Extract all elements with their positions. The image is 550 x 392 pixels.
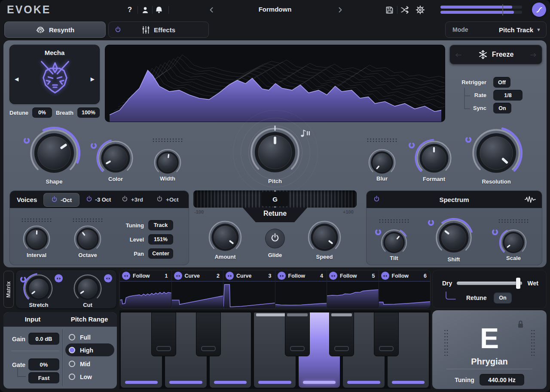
resolution-knob[interactable]: Resolution — [468, 124, 525, 182]
retune-slider[interactable]: G — [193, 190, 357, 208]
matrix-tab[interactable]: Matrix — [3, 271, 14, 308]
shape-knob[interactable]: Shape — [25, 124, 83, 182]
formant-knob[interactable]: Formant — [413, 137, 455, 179]
saturation-curve-button[interactable] — [532, 3, 546, 17]
prev-preset-button[interactable] — [205, 4, 217, 16]
width-knob[interactable]: Width — [151, 146, 184, 179]
dry-wet-slider[interactable] — [457, 282, 522, 285]
color-knob[interactable]: Color — [95, 137, 137, 179]
pitch-range-radio-full[interactable] — [69, 334, 75, 340]
mod-indicator-icon[interactable] — [492, 229, 498, 236]
tilt-knob[interactable]: Tilt — [379, 227, 410, 258]
randomize-button[interactable] — [399, 4, 411, 16]
pitch-range-radio-high[interactable] — [69, 347, 75, 353]
piano-keyboard[interactable] — [119, 310, 431, 389]
mod-lane-2[interactable]: Curve2 — [172, 270, 224, 308]
chevron-left-icon — [208, 7, 214, 13]
pitch-range-radio-mid[interactable] — [69, 361, 75, 367]
speed-knob[interactable]: Speed — [305, 217, 344, 257]
shift-knob[interactable]: Shift — [432, 216, 476, 260]
voice-power-icon[interactable] — [156, 196, 163, 203]
rate-value[interactable]: 1/8 — [493, 90, 522, 101]
next-wavetable-button[interactable]: ▶ — [91, 76, 95, 82]
save-button[interactable] — [383, 4, 395, 16]
tab-resynth[interactable]: Resynth — [4, 21, 106, 38]
prev-wavetable-button[interactable]: ◀ — [15, 76, 18, 82]
mod-lane-6[interactable]: Follow6 — [379, 270, 431, 308]
retune-min-label: -100 — [194, 209, 204, 214]
pitch-range-radio-low[interactable] — [69, 374, 75, 380]
cut-mod-route-button[interactable] — [104, 274, 112, 282]
pitch-range-option-label[interactable]: Full — [80, 334, 91, 341]
voice-tab-oct-down[interactable]: -Oct — [43, 193, 79, 207]
lane-slot: 6 — [424, 273, 427, 279]
pitch-range-option-label[interactable]: Low — [80, 374, 92, 380]
stretch-mod-route-button[interactable] — [55, 274, 63, 282]
effects-power-toggle[interactable] — [115, 26, 121, 34]
sync-value[interactable]: On — [493, 103, 511, 113]
voice-tab-oct-up[interactable]: +Oct — [153, 193, 182, 206]
voice-power-icon[interactable] — [51, 196, 58, 204]
pitch-range-option-label[interactable]: High — [80, 347, 93, 354]
voice-power-icon[interactable] — [86, 196, 92, 203]
mod-lane-5[interactable]: Follow5 — [327, 270, 379, 308]
blur-knob[interactable]: Blur — [366, 146, 398, 179]
next-preset-button[interactable] — [334, 4, 346, 16]
level-label: Level — [110, 236, 144, 243]
notifications-button[interactable] — [153, 4, 165, 16]
mix-retune-value[interactable]: On — [494, 292, 512, 303]
mod-lane-envelope — [223, 282, 275, 308]
breath-value[interactable]: 100% — [77, 107, 100, 118]
pitch-range-option-label[interactable]: Mid — [80, 361, 90, 368]
stretch-knob[interactable]: Stretch — [22, 272, 55, 305]
cut-knob[interactable]: Cut — [71, 272, 104, 305]
black-key-G#[interactable] — [329, 312, 354, 356]
dry-wet-handle[interactable] — [516, 278, 520, 289]
black-key-D#[interactable] — [196, 312, 221, 356]
settings-button[interactable] — [414, 4, 426, 16]
pan-value[interactable]: Center — [148, 248, 173, 259]
tuning-value[interactable]: Track — [148, 220, 173, 230]
black-key-F#[interactable] — [285, 312, 310, 356]
help-button[interactable]: ? — [124, 4, 136, 16]
meter-marker[interactable] — [502, 4, 503, 15]
voice-tab-3oct-down[interactable]: -3 Oct — [82, 193, 115, 206]
freeze-button[interactable]: Freeze — [449, 45, 542, 64]
scale-name[interactable]: Phrygian — [432, 357, 547, 367]
gate-speed-value[interactable]: Fast — [28, 372, 59, 383]
mod-lane-3[interactable]: Curve3 — [223, 270, 275, 308]
voice-tab-3rd-up[interactable]: +3rd — [118, 193, 147, 206]
glide-toggle[interactable] — [265, 229, 285, 248]
retrigger-value[interactable]: Off — [493, 77, 510, 88]
mod-source-icon[interactable] — [329, 272, 337, 280]
tuning-ref-value[interactable]: 440.00 Hz — [480, 374, 524, 386]
octave-knob[interactable]: Octave — [71, 223, 104, 255]
mod-source-icon[interactable] — [174, 272, 182, 280]
account-button[interactable] — [139, 4, 151, 16]
input-header: Input Pitch Range — [3, 312, 117, 327]
detune-value[interactable]: 0% — [32, 107, 52, 118]
pitch-knob[interactable]: Pitch — [245, 122, 304, 181]
retune-max-label: +100 — [343, 209, 354, 214]
mod-source-icon[interactable] — [226, 272, 234, 280]
mod-lane-1[interactable]: Follow1 — [120, 270, 172, 308]
mod-source-icon[interactable] — [278, 272, 286, 280]
mod-lane-4[interactable]: Follow4 — [275, 270, 327, 308]
scale-knob[interactable]: Scale — [498, 227, 529, 258]
preset-name[interactable]: Formdown — [228, 6, 322, 13]
mode-selector[interactable]: Mode Pitch Track ▼ — [445, 21, 547, 38]
level-value[interactable]: 151% — [148, 234, 173, 245]
mod-source-icon[interactable] — [122, 272, 130, 280]
gain-value[interactable]: 0.0 dB — [28, 333, 59, 345]
mod-source-icon[interactable] — [381, 272, 389, 280]
lane-name: Follow — [288, 273, 306, 279]
voice-power-icon[interactable] — [122, 196, 128, 203]
gate-value[interactable]: 0% — [28, 358, 59, 371]
black-key-C#[interactable] — [151, 312, 176, 356]
black-key-A#[interactable] — [374, 312, 399, 356]
tab-effects[interactable]: Effects — [108, 21, 209, 38]
knob-label: Color — [108, 176, 123, 182]
voice-tab-label: -Oct — [61, 197, 72, 203]
interval-knob[interactable]: Interval — [20, 223, 53, 255]
amount-knob[interactable]: Amount — [205, 217, 245, 257]
